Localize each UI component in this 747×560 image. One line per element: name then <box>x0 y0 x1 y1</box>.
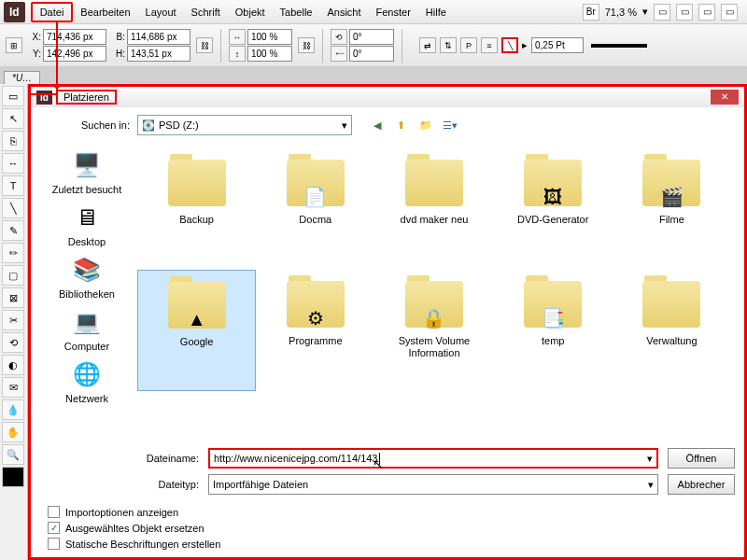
zoom-dd[interactable]: ▾ <box>642 6 648 18</box>
view-icon-3[interactable]: ▭ <box>698 4 715 21</box>
flip-h-icon[interactable]: ⇄ <box>419 37 436 53</box>
filename-label: Dateiname: <box>134 453 199 464</box>
folder-label: Backup <box>179 214 214 226</box>
folder-system-volume-information[interactable]: 🔒System Volume Information <box>374 270 493 391</box>
link-scale-icon[interactable]: ⛓ <box>298 37 315 53</box>
tool-type[interactable]: T <box>2 175 24 196</box>
place-zuletzt-besucht[interactable]: 🖥️Zuletzt besucht <box>52 148 122 195</box>
folder-filme[interactable]: 🎬Filme <box>613 148 731 270</box>
tool-gap[interactable]: ↔ <box>2 153 24 174</box>
tool-direct[interactable]: ↖ <box>2 108 24 129</box>
folder-label: Filme <box>659 214 684 226</box>
rotate-input[interactable] <box>349 29 394 45</box>
h-input[interactable] <box>127 46 190 62</box>
folder-programme[interactable]: ⚙Programme <box>256 270 374 391</box>
align-icon[interactable]: ≡ <box>481 37 498 53</box>
tool-rect[interactable]: ▢ <box>2 265 24 286</box>
checkbox[interactable]: ✓ <box>48 522 60 534</box>
tool-note[interactable]: ✉ <box>2 377 24 398</box>
up-icon[interactable]: ⬆ <box>391 115 412 135</box>
folder-docma[interactable]: 📄Docma <box>256 148 374 270</box>
place-desktop[interactable]: 🖥Desktop <box>68 201 106 247</box>
menu-layout[interactable]: Layout <box>138 4 184 21</box>
scaley-input[interactable] <box>247 46 292 62</box>
open-button[interactable]: Öffnen <box>668 448 735 469</box>
tool-pencil[interactable]: ✏ <box>2 243 24 263</box>
mouse-cursor-icon: ↖ <box>373 456 384 471</box>
folder-backup[interactable]: Backup <box>137 148 256 270</box>
link-wh-icon[interactable]: ⛓ <box>196 37 213 53</box>
folder-icon: 📄 <box>283 152 348 210</box>
menu-ansicht[interactable]: Ansicht <box>319 4 368 21</box>
menu-hilfe[interactable]: Hilfe <box>418 4 454 21</box>
checkbox-row: Statische Beschriftungen erstellen <box>48 538 727 550</box>
filetype-select[interactable]: Importfähige Dateien ▾ <box>208 474 658 495</box>
folder-temp[interactable]: 📑temp <box>494 270 613 391</box>
place-icon: 💻 <box>68 305 106 339</box>
view-icon-4[interactable]: ▭ <box>721 4 738 21</box>
tool-line[interactable]: ╲ <box>2 198 24 218</box>
viewmode-icon[interactable]: ☰▾ <box>440 115 460 135</box>
filetype-dd-icon[interactable]: ▾ <box>648 479 654 491</box>
dialog-titlebar: Id Platzieren ✕ <box>31 87 744 107</box>
folder-icon <box>164 152 230 210</box>
bridge-icon[interactable]: Br <box>583 4 599 21</box>
menu-objekt[interactable]: Objekt <box>228 4 273 21</box>
refpoint-icon[interactable]: ⊞ <box>6 37 22 53</box>
char-icon[interactable]: P <box>460 37 477 53</box>
app-icon: Id <box>4 2 25 22</box>
tool-transform[interactable]: ⟲ <box>2 332 24 353</box>
checkbox[interactable] <box>48 538 60 550</box>
w-input[interactable] <box>127 29 190 45</box>
checkbox[interactable] <box>48 506 60 518</box>
dialog-title: Platzieren <box>56 90 117 105</box>
x-input[interactable] <box>43 29 106 45</box>
y-input[interactable] <box>43 46 106 62</box>
folder-google[interactable]: ▲Google <box>137 270 256 391</box>
tool-zoom[interactable]: 🔍 <box>2 444 24 465</box>
folder-label: Verwaltung <box>646 335 697 347</box>
menu-tabelle[interactable]: Tabelle <box>273 4 320 21</box>
h-label: H: <box>112 49 125 59</box>
folder-label: System Volume Information <box>388 335 481 359</box>
tool-page[interactable]: ⎘ <box>2 131 24 151</box>
filename-dd-icon[interactable]: ▾ <box>647 453 653 465</box>
flip-v-icon[interactable]: ⇅ <box>440 37 457 53</box>
folder-dvd-maker-neu[interactable]: dvd maker neu <box>374 148 493 270</box>
menu-bearbeiten[interactable]: Bearbeiten <box>73 4 137 21</box>
place-computer[interactable]: 💻Computer <box>64 305 109 352</box>
tool-hand[interactable]: ✋ <box>2 422 24 442</box>
zoom-value[interactable]: 71,3 % <box>605 7 637 18</box>
view-icon-1[interactable]: ▭ <box>654 4 670 21</box>
stroke-arrow-icon[interactable]: ▸ <box>522 39 528 51</box>
folder-dvd-generator[interactable]: 🖼DVD-Generator <box>494 148 613 270</box>
place-netzwerk[interactable]: 🌐Netzwerk <box>65 357 108 404</box>
tool-eyedropper[interactable]: 💧 <box>2 399 24 420</box>
scalex-input[interactable] <box>247 29 292 45</box>
close-icon[interactable]: ✕ <box>711 90 739 105</box>
menu-schrift[interactable]: Schrift <box>184 4 228 21</box>
stroke-input[interactable] <box>531 37 584 53</box>
folder-verwaltung[interactable]: Verwaltung <box>613 270 731 391</box>
newfolder-icon[interactable]: 📁 <box>416 115 436 135</box>
tool-pen[interactable]: ✎ <box>2 220 24 241</box>
tool-frame[interactable]: ⊠ <box>2 287 24 308</box>
menu-fenster[interactable]: Fenster <box>369 4 418 21</box>
shear-input[interactable] <box>349 46 394 62</box>
annotation-arrow-h <box>30 93 58 95</box>
stroke-style[interactable] <box>591 44 647 48</box>
tool-selection[interactable]: ▭ <box>2 86 24 106</box>
tool-gradient[interactable]: ◐ <box>2 355 24 375</box>
document-tab[interactable]: *U… <box>4 71 40 84</box>
filename-input[interactable]: http://www.nicenicejpg.com/114/143 ↖ ▾ <box>208 448 658 469</box>
tool-scissors[interactable]: ✂ <box>2 310 24 330</box>
back-icon[interactable]: ◀ <box>367 115 388 135</box>
menu-datei[interactable]: Datei <box>31 2 74 22</box>
fill-icon[interactable]: ╲ <box>501 37 518 53</box>
cancel-button[interactable]: Abbrecher <box>668 474 735 495</box>
tool-fill[interactable] <box>2 467 24 487</box>
folder-icon: ⚙ <box>283 273 348 331</box>
view-icon-2[interactable]: ▭ <box>676 4 693 21</box>
place-bibliotheken[interactable]: 📚Bibliotheken <box>59 253 115 300</box>
lookin-select[interactable]: 💽 PSD (Z:) ▾ <box>137 115 352 135</box>
